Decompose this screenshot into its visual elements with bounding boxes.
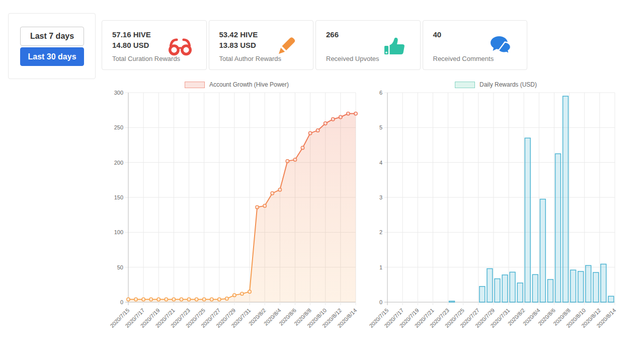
comments-icon xyxy=(488,33,514,57)
account-growth-legend-label: Account Growth (Hive Power) xyxy=(209,81,289,88)
date-range-card: Last 7 days Last 30 days xyxy=(8,13,96,79)
svg-text:0: 0 xyxy=(120,299,123,305)
svg-text:250: 250 xyxy=(114,124,123,130)
last-30-days-button[interactable]: Last 30 days xyxy=(20,47,84,66)
glasses-icon xyxy=(167,33,193,57)
last-7-days-button[interactable]: Last 7 days xyxy=(20,27,84,46)
stat-card-curation-rewards: 57.16 HIVE 14.80 USD Total Curation Rewa… xyxy=(102,20,207,70)
stat-card-received-comments: 40 Received Comments xyxy=(423,20,528,70)
stat-card-author-rewards: 53.42 HIVE 13.83 USD Total Author Reward… xyxy=(209,20,314,70)
daily-rewards-chart: Daily Rewards (USD) 01234562020/7/152020… xyxy=(369,81,623,341)
pencil-icon xyxy=(274,33,300,57)
stats-row: 57.16 HIVE 14.80 USD Total Curation Rewa… xyxy=(102,20,527,70)
svg-text:100: 100 xyxy=(114,229,123,235)
svg-text:6: 6 xyxy=(379,90,382,96)
account-growth-legend[interactable]: Account Growth (Hive Power) xyxy=(110,81,364,89)
svg-text:200: 200 xyxy=(114,160,123,166)
svg-text:1: 1 xyxy=(379,264,382,270)
account-growth-legend-swatch xyxy=(185,82,205,88)
daily-rewards-legend-label: Daily Rewards (USD) xyxy=(479,81,537,88)
svg-text:50: 50 xyxy=(117,264,123,270)
account-growth-plot: 0501001502002503002020/7/152020/7/172020… xyxy=(110,90,364,341)
daily-rewards-legend[interactable]: Daily Rewards (USD) xyxy=(369,81,623,89)
daily-rewards-plot: 01234562020/7/152020/7/172020/7/192020/7… xyxy=(369,90,623,341)
svg-text:3: 3 xyxy=(379,194,382,200)
account-growth-chart: Account Growth (Hive Power) 050100150200… xyxy=(110,81,364,341)
svg-text:300: 300 xyxy=(114,90,123,96)
svg-text:0: 0 xyxy=(379,299,382,305)
svg-text:5: 5 xyxy=(379,124,382,130)
svg-text:150: 150 xyxy=(114,194,123,200)
svg-text:2: 2 xyxy=(379,229,382,235)
svg-text:4: 4 xyxy=(379,160,382,166)
daily-rewards-legend-swatch xyxy=(455,82,475,88)
stat-card-received-upvotes: 266 Received Upvotes xyxy=(315,20,421,70)
thumbs-up-icon xyxy=(381,33,407,57)
